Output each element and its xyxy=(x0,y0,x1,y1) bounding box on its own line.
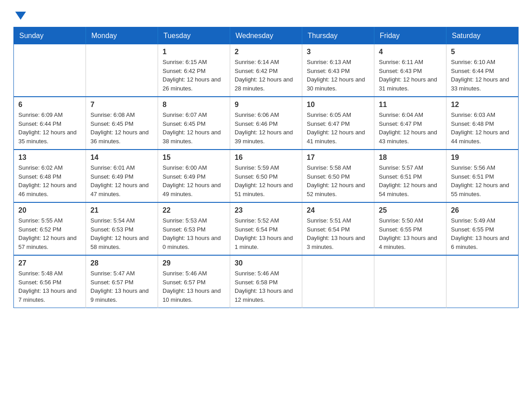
day-info: Sunrise: 6:00 AMSunset: 6:49 PMDaylight:… xyxy=(163,163,225,198)
calendar-cell: 17Sunrise: 5:58 AMSunset: 6:50 PMDayligh… xyxy=(302,150,374,202)
calendar-cell: 13Sunrise: 6:02 AMSunset: 6:48 PMDayligh… xyxy=(14,150,86,202)
day-info: Sunrise: 5:59 AMSunset: 6:50 PMDaylight:… xyxy=(235,163,297,198)
calendar-cell: 15Sunrise: 6:00 AMSunset: 6:49 PMDayligh… xyxy=(158,150,230,202)
day-number: 9 xyxy=(235,101,297,109)
calendar-cell: 9Sunrise: 6:06 AMSunset: 6:46 PMDaylight… xyxy=(230,97,302,150)
day-number: 25 xyxy=(379,206,442,214)
day-info: Sunrise: 5:55 AMSunset: 6:52 PMDaylight:… xyxy=(18,216,81,251)
day-number: 1 xyxy=(163,48,225,56)
calendar-cell xyxy=(446,255,519,308)
day-number: 29 xyxy=(163,259,225,267)
day-number: 23 xyxy=(235,206,297,214)
day-number: 27 xyxy=(18,259,81,267)
calendar-cell: 3Sunrise: 6:13 AMSunset: 6:43 PMDaylight… xyxy=(302,44,374,97)
day-number: 22 xyxy=(163,206,225,214)
day-info: Sunrise: 6:06 AMSunset: 6:46 PMDaylight:… xyxy=(235,111,297,146)
day-info: Sunrise: 6:07 AMSunset: 6:45 PMDaylight:… xyxy=(163,111,225,146)
calendar-cell: 5Sunrise: 6:10 AMSunset: 6:44 PMDaylight… xyxy=(446,44,519,97)
calendar-cell: 25Sunrise: 5:50 AMSunset: 6:55 PMDayligh… xyxy=(374,202,446,255)
day-info: Sunrise: 6:04 AMSunset: 6:47 PMDaylight:… xyxy=(379,111,442,146)
calendar-cell: 19Sunrise: 5:56 AMSunset: 6:51 PMDayligh… xyxy=(446,150,519,202)
calendar-cell: 30Sunrise: 5:46 AMSunset: 6:58 PMDayligh… xyxy=(230,255,302,308)
calendar-cell: 1Sunrise: 6:15 AMSunset: 6:42 PMDaylight… xyxy=(158,44,230,97)
calendar-cell: 24Sunrise: 5:51 AMSunset: 6:54 PMDayligh… xyxy=(302,202,374,255)
day-info: Sunrise: 6:15 AMSunset: 6:42 PMDaylight:… xyxy=(163,58,225,93)
calendar-cell: 2Sunrise: 6:14 AMSunset: 6:42 PMDaylight… xyxy=(230,44,302,97)
day-number: 16 xyxy=(235,154,297,162)
calendar-cell: 11Sunrise: 6:04 AMSunset: 6:47 PMDayligh… xyxy=(374,97,446,150)
day-info: Sunrise: 6:14 AMSunset: 6:42 PMDaylight:… xyxy=(235,58,297,93)
day-info: Sunrise: 6:08 AMSunset: 6:45 PMDaylight:… xyxy=(90,111,153,146)
day-number: 19 xyxy=(451,154,514,162)
day-number: 7 xyxy=(90,101,153,109)
day-info: Sunrise: 5:50 AMSunset: 6:55 PMDaylight:… xyxy=(379,216,442,251)
day-number: 4 xyxy=(379,48,442,56)
calendar-week-row: 27Sunrise: 5:48 AMSunset: 6:56 PMDayligh… xyxy=(14,255,519,308)
calendar-cell: 22Sunrise: 5:53 AMSunset: 6:53 PMDayligh… xyxy=(158,202,230,255)
weekday-header-tuesday: Tuesday xyxy=(158,27,230,45)
calendar-cell: 28Sunrise: 5:47 AMSunset: 6:57 PMDayligh… xyxy=(86,255,158,308)
day-info: Sunrise: 6:13 AMSunset: 6:43 PMDaylight:… xyxy=(307,58,369,93)
logo-arrow-icon xyxy=(15,12,26,20)
calendar-cell: 27Sunrise: 5:48 AMSunset: 6:56 PMDayligh… xyxy=(14,255,86,308)
day-info: Sunrise: 5:51 AMSunset: 6:54 PMDaylight:… xyxy=(307,216,369,251)
calendar-cell: 21Sunrise: 5:54 AMSunset: 6:53 PMDayligh… xyxy=(86,202,158,255)
day-number: 8 xyxy=(163,101,225,109)
calendar-cell xyxy=(374,255,446,308)
day-number: 26 xyxy=(451,206,514,214)
calendar-cell: 6Sunrise: 6:09 AMSunset: 6:44 PMDaylight… xyxy=(14,97,86,150)
day-info: Sunrise: 6:05 AMSunset: 6:47 PMDaylight:… xyxy=(307,111,369,146)
day-info: Sunrise: 5:53 AMSunset: 6:53 PMDaylight:… xyxy=(163,216,225,251)
day-number: 14 xyxy=(90,154,153,162)
day-number: 30 xyxy=(235,259,297,267)
day-info: Sunrise: 6:01 AMSunset: 6:49 PMDaylight:… xyxy=(90,163,153,198)
header xyxy=(13,9,519,18)
calendar-week-row: 13Sunrise: 6:02 AMSunset: 6:48 PMDayligh… xyxy=(14,150,519,202)
day-info: Sunrise: 6:03 AMSunset: 6:48 PMDaylight:… xyxy=(451,111,514,146)
day-info: Sunrise: 5:56 AMSunset: 6:51 PMDaylight:… xyxy=(451,163,514,198)
calendar-table: SundayMondayTuesdayWednesdayThursdayFrid… xyxy=(13,27,519,308)
day-number: 5 xyxy=(451,48,514,56)
calendar-cell: 7Sunrise: 6:08 AMSunset: 6:45 PMDaylight… xyxy=(86,97,158,150)
day-number: 11 xyxy=(379,101,442,109)
day-info: Sunrise: 6:09 AMSunset: 6:44 PMDaylight:… xyxy=(18,111,81,146)
weekday-header-wednesday: Wednesday xyxy=(230,27,302,45)
calendar-cell: 10Sunrise: 6:05 AMSunset: 6:47 PMDayligh… xyxy=(302,97,374,150)
calendar-cell: 8Sunrise: 6:07 AMSunset: 6:45 PMDaylight… xyxy=(158,97,230,150)
day-number: 21 xyxy=(90,206,153,214)
weekday-header-saturday: Saturday xyxy=(446,27,519,45)
day-number: 17 xyxy=(307,154,369,162)
calendar-cell: 12Sunrise: 6:03 AMSunset: 6:48 PMDayligh… xyxy=(446,97,519,150)
day-number: 18 xyxy=(379,154,442,162)
calendar-cell xyxy=(302,255,374,308)
day-number: 10 xyxy=(307,101,369,109)
day-number: 12 xyxy=(451,101,514,109)
day-number: 3 xyxy=(307,48,369,56)
day-info: Sunrise: 6:10 AMSunset: 6:44 PMDaylight:… xyxy=(451,58,514,93)
day-number: 15 xyxy=(163,154,225,162)
day-number: 13 xyxy=(18,154,81,162)
calendar-cell xyxy=(14,44,86,97)
weekday-header-thursday: Thursday xyxy=(302,27,374,45)
calendar-cell: 4Sunrise: 6:11 AMSunset: 6:43 PMDaylight… xyxy=(374,44,446,97)
calendar-cell: 26Sunrise: 5:49 AMSunset: 6:55 PMDayligh… xyxy=(446,202,519,255)
day-info: Sunrise: 5:54 AMSunset: 6:53 PMDaylight:… xyxy=(90,216,153,251)
weekday-header-friday: Friday xyxy=(374,27,446,45)
weekday-header-row: SundayMondayTuesdayWednesdayThursdayFrid… xyxy=(14,27,519,45)
calendar-week-row: 1Sunrise: 6:15 AMSunset: 6:42 PMDaylight… xyxy=(14,44,519,97)
calendar-cell: 18Sunrise: 5:57 AMSunset: 6:51 PMDayligh… xyxy=(374,150,446,202)
logo xyxy=(13,9,26,18)
day-number: 28 xyxy=(90,259,153,267)
calendar-cell: 20Sunrise: 5:55 AMSunset: 6:52 PMDayligh… xyxy=(14,202,86,255)
calendar-cell: 29Sunrise: 5:46 AMSunset: 6:57 PMDayligh… xyxy=(158,255,230,308)
day-info: Sunrise: 6:02 AMSunset: 6:48 PMDaylight:… xyxy=(18,163,81,198)
calendar-week-row: 6Sunrise: 6:09 AMSunset: 6:44 PMDaylight… xyxy=(14,97,519,150)
day-info: Sunrise: 5:49 AMSunset: 6:55 PMDaylight:… xyxy=(451,216,514,251)
day-number: 6 xyxy=(18,101,81,109)
day-info: Sunrise: 5:46 AMSunset: 6:58 PMDaylight:… xyxy=(235,269,297,304)
day-info: Sunrise: 5:47 AMSunset: 6:57 PMDaylight:… xyxy=(90,269,153,304)
day-info: Sunrise: 5:58 AMSunset: 6:50 PMDaylight:… xyxy=(307,163,369,198)
day-info: Sunrise: 6:11 AMSunset: 6:43 PMDaylight:… xyxy=(379,58,442,93)
weekday-header-monday: Monday xyxy=(86,27,158,45)
day-info: Sunrise: 5:48 AMSunset: 6:56 PMDaylight:… xyxy=(18,269,81,304)
